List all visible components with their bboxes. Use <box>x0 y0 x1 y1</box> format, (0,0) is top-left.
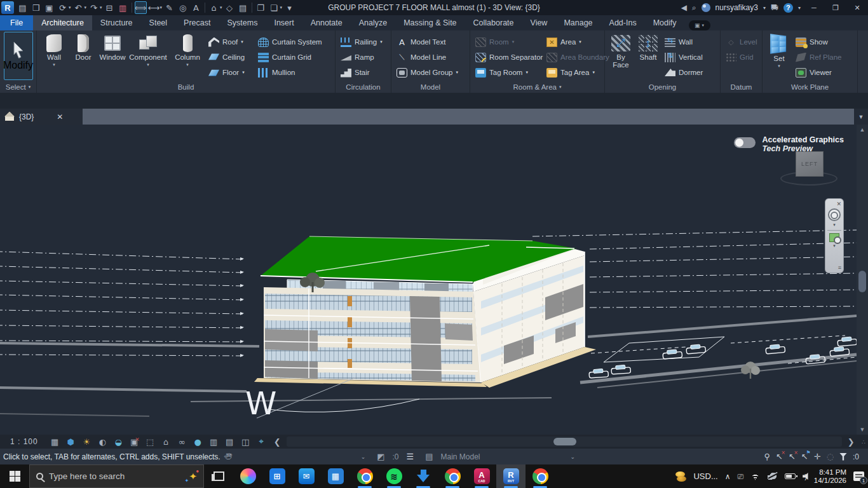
scale-control[interactable]: 1 : 100 <box>0 437 47 446</box>
taskbar-app-chrome-1[interactable] <box>350 464 379 488</box>
open-icon[interactable]: ❒ <box>30 1 42 14</box>
column-button[interactable]: Column▾ <box>169 32 206 81</box>
worksharing-display-icon[interactable]: ▥ <box>206 435 222 448</box>
curtain-grid-button[interactable]: Curtain Grid <box>255 50 327 65</box>
locked-3d-view-icon[interactable]: ⌂ <box>158 435 174 448</box>
restore-button[interactable]: ❐ <box>827 1 844 14</box>
tab-architecture[interactable]: Architecture <box>33 15 92 30</box>
design-options-icon[interactable]: ▤ <box>421 452 437 461</box>
room-area-panel-label[interactable]: Room & Area▾ <box>470 81 604 93</box>
view-cube[interactable]: LEFT <box>780 150 837 187</box>
taskbar-app-spotify[interactable]: ≋ <box>379 464 409 488</box>
help-menu-chevron-icon[interactable]: ▾ <box>798 5 801 11</box>
navbar-menu-icon[interactable]: ≡ <box>838 264 841 271</box>
wall-button[interactable]: Wall▾ <box>39 32 69 81</box>
ribbon-collapse-icon[interactable]: ▼ <box>854 109 868 125</box>
steering-wheel-icon[interactable] <box>828 208 841 221</box>
taskbar-app-chrome-3[interactable] <box>526 464 555 488</box>
default-3d-view-icon[interactable]: ⌂ <box>208 1 220 14</box>
view-tab-close-icon[interactable]: ✕ <box>57 112 63 121</box>
view-tab-3d[interactable]: {3D} ✕ <box>0 109 83 125</box>
opening-by-face-button[interactable]: ⤢ By Face <box>607 32 634 81</box>
battery-icon[interactable] <box>785 473 796 479</box>
tab-precast[interactable]: Precast <box>175 15 219 30</box>
navbar-close-icon[interactable]: ✕ <box>836 201 841 207</box>
taskbar-search-input[interactable]: Type here to search ✦●✦ <box>29 464 204 488</box>
temporary-view-properties-icon[interactable]: ▤ <box>222 435 238 448</box>
opening-shaft-button[interactable]: ↕ Shaft <box>634 32 662 81</box>
ramp-button[interactable]: Ramp <box>338 50 385 65</box>
store-cart-icon[interactable]: ⛟ <box>771 3 778 12</box>
render-dialog-icon[interactable]: ◒ <box>111 435 126 448</box>
tray-display-icon[interactable]: ⎚ <box>738 472 744 481</box>
stair-button[interactable]: Stair <box>338 65 385 80</box>
clock[interactable]: 8:41 PM 14/1/2026 <box>814 468 846 485</box>
save-icon[interactable]: ▣ <box>43 1 55 14</box>
tab-collaborate[interactable]: Collaborate <box>465 15 522 30</box>
tab-systems[interactable]: Systems <box>219 15 266 30</box>
customize-qat-icon[interactable]: ▾ <box>283 1 295 14</box>
taskbar-app-download[interactable] <box>409 464 438 488</box>
user-menu-chevron-icon[interactable]: ▾ <box>763 5 766 11</box>
zoom-menu-chevron-icon[interactable]: ▾ <box>833 243 836 248</box>
task-view-button[interactable] <box>204 464 233 488</box>
start-button[interactable] <box>0 464 29 488</box>
door-button[interactable]: Door <box>69 32 98 81</box>
opening-vertical-button[interactable]: Vertical <box>662 50 714 65</box>
text-icon[interactable]: A <box>190 1 202 14</box>
notification-center-icon[interactable]: 1 <box>853 471 864 481</box>
status-collapse-icon[interactable]: ⌄ <box>357 454 370 460</box>
component-button[interactable]: Component▾ <box>127 32 169 81</box>
crop-view-icon[interactable]: ▣× <box>126 435 142 448</box>
tab-analyze[interactable]: Analyze <box>351 15 395 30</box>
viewer-button[interactable]: Viewer <box>793 65 851 80</box>
room-button[interactable]: Room▾ <box>473 34 544 50</box>
tab-structure[interactable]: Structure <box>92 15 141 30</box>
taskbar-app-copilot[interactable] <box>233 464 262 488</box>
worksets-icon[interactable]: ☰ <box>403 452 418 461</box>
scroll-down-icon[interactable]: ▼ <box>860 424 865 435</box>
taskbar-app-store[interactable]: ⊞ <box>262 464 292 488</box>
grid-button[interactable]: Grid <box>723 50 760 65</box>
tab-view[interactable]: View <box>522 15 556 30</box>
select-links-toggle[interactable]: ⚲ <box>764 452 770 461</box>
select-pinned-toggle[interactable]: ↖× <box>789 452 796 461</box>
show-work-plane-button[interactable]: Show <box>793 34 851 50</box>
drawing-area[interactable]: W Accelerated Graphics Tech Preview LEFT… <box>0 125 857 435</box>
active-workset-select[interactable]: Main Model <box>441 452 480 461</box>
level-button[interactable]: ◇Level <box>723 34 760 50</box>
editable-only-icon[interactable]: ◩ <box>373 452 388 461</box>
filter-icon[interactable] <box>839 453 847 461</box>
vertical-scroll-thumb[interactable] <box>858 271 866 292</box>
taskbar-app-remote[interactable]: ▦ <box>321 464 350 488</box>
ref-plane-button[interactable]: Ref Plane <box>793 50 851 65</box>
taskbar-app-autocad[interactable]: ACAD <box>467 464 496 488</box>
wheel-menu-chevron-icon[interactable]: ▾ <box>833 222 836 227</box>
select-by-face-toggle[interactable]: ↖⚑ <box>801 452 808 461</box>
railing-button[interactable]: Railing▾ <box>338 34 385 50</box>
model-line-button[interactable]: ⟍Model Line <box>394 50 461 65</box>
shadows-icon[interactable]: ◐ <box>95 435 111 448</box>
displaced-elements-icon[interactable]: ◫ <box>238 435 254 448</box>
tab-steel[interactable]: Steel <box>141 15 176 30</box>
crop-region-icon[interactable]: ⬚ <box>142 435 158 448</box>
tag-area-button[interactable]: Tag Area▾ <box>544 65 605 80</box>
switch-windows-icon[interactable]: ❏ <box>268 1 280 14</box>
revit-app-icon[interactable]: R <box>1 1 14 14</box>
hscroll-right-icon[interactable]: ❯ <box>843 435 859 448</box>
taskbar-app-outlook[interactable]: ✉ <box>292 464 321 488</box>
horizontal-scroll-thumb[interactable] <box>553 438 576 445</box>
opening-wall-button[interactable]: Wall <box>662 34 714 50</box>
reveal-hidden-icon[interactable]: ∞ <box>174 435 190 448</box>
tag-icon[interactable]: ◎ <box>177 1 189 14</box>
search-highlights-icon[interactable]: ✦●✦ <box>189 471 197 482</box>
scroll-up-icon[interactable]: ▲ <box>860 125 865 135</box>
model-text-button[interactable]: AModel Text <box>394 34 461 50</box>
modify-button[interactable]: Modify <box>4 32 33 80</box>
tab-insert[interactable]: Insert <box>266 15 302 30</box>
sun-path-icon[interactable]: ☀ <box>79 435 95 448</box>
set-work-plane-button[interactable]: Set▾ <box>765 32 793 81</box>
search-collapse-icon[interactable]: ◀ <box>681 3 687 12</box>
taskbar-app-chrome-2[interactable] <box>438 464 467 488</box>
tab-massing-site[interactable]: Massing & Site <box>395 15 465 30</box>
